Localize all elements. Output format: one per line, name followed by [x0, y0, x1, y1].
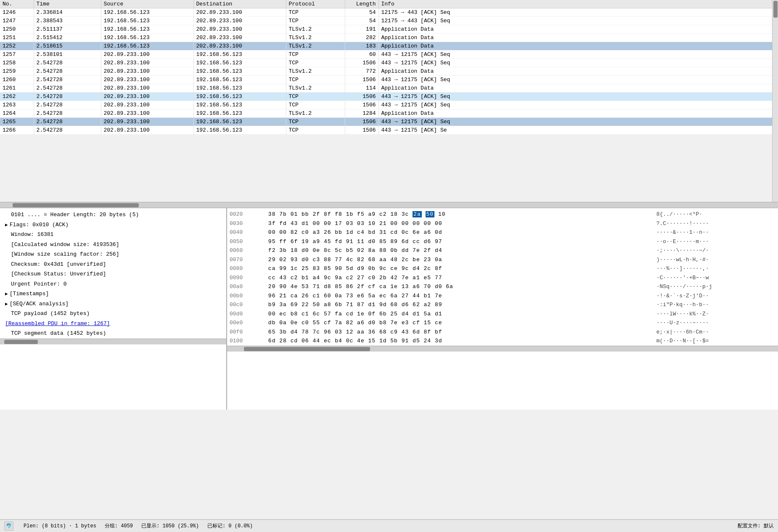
- cell-source: 202.89.233.100: [101, 126, 193, 135]
- cell-dest: 202.89.233.100: [193, 17, 286, 25]
- cell-no: 1264: [0, 109, 34, 118]
- table-row[interactable]: 1246 2.336814 192.168.56.123 202.89.233.…: [0, 8, 778, 17]
- hex-row: 00a0 20 90 4e 53 71 d8 85 86 2f cf ca 1e…: [227, 282, 778, 291]
- table-row[interactable]: 1261 2.542728 202.89.233.100 192.168.56.…: [0, 84, 778, 93]
- cell-info: 12175 → 443 [ACK] Seq: [378, 8, 778, 17]
- hex-row: 00d0 00 ec b8 c1 6c 57 fa cd 1e 0f 6b 25…: [227, 310, 778, 319]
- col-source[interactable]: Source: [101, 0, 193, 8]
- hex-ascii: )·····wL·h·H,·#·: [654, 255, 778, 265]
- hex-row: 00e0 db 0a 0e c0 55 cf 7a 82 a6 d0 b8 7e…: [227, 318, 778, 328]
- detail-row: [Window size scaling factor: 256]: [0, 249, 226, 259]
- table-row[interactable]: 1262 2.542728 202.89.233.100 192.168.56.…: [0, 93, 778, 101]
- cell-time: 2.511137: [34, 25, 101, 34]
- hex-row: 0070 29 02 93 d0 c3 88 77 4c 82 68 aa 48…: [227, 255, 778, 265]
- cell-dest: 202.89.233.100: [193, 34, 286, 42]
- packet-list-hscroll[interactable]: [0, 202, 778, 208]
- col-dest[interactable]: Destination: [193, 0, 286, 8]
- cell-source: 202.89.233.100: [101, 76, 193, 84]
- packet-list-scroll-thumb: [773, 1, 778, 18]
- hex-offset: 0080: [227, 264, 266, 273]
- cell-time: 2.542728: [34, 59, 101, 67]
- table-row[interactable]: 1247 2.388543 192.168.56.123 202.89.233.…: [0, 17, 778, 25]
- table-row[interactable]: 1251 2.515412 192.168.56.123 202.89.233.…: [0, 34, 778, 42]
- table-row[interactable]: 1264 2.542728 202.89.233.100 192.168.56.…: [0, 109, 778, 118]
- cell-proto: TCP: [286, 76, 345, 84]
- hex-ascii: e;·x|····6h·Cm··: [654, 328, 778, 337]
- cell-info: Application Data: [378, 42, 778, 50]
- cell-dest: 192.168.56.123: [193, 50, 286, 59]
- hex-row: 0100 6d 28 cd 06 44 ec b4 0c 4e 15 1d 5b…: [227, 336, 778, 346]
- hex-ascii: ····lW····k%··Z·: [654, 310, 778, 319]
- col-time[interactable]: Time: [34, 0, 101, 8]
- cell-info: 443 → 12175 [ACK] Se: [378, 126, 778, 135]
- hex-offset: 00c0: [227, 300, 266, 310]
- hex-bytes: f2 3b 18 d0 0e 8c 5c b5 02 8a 88 0b dd 7…: [266, 246, 654, 255]
- cell-dest: 202.89.233.100: [193, 25, 286, 34]
- hex-row: 0020 38 7b 01 bb 2f 8f f8 1b f5 a9 c2 18…: [227, 210, 778, 219]
- col-len[interactable]: Length: [345, 0, 378, 8]
- hex-offset: 0100: [227, 336, 266, 346]
- col-info[interactable]: Info: [378, 0, 778, 8]
- hex-ascii: 8{../·····<*P·: [654, 210, 778, 219]
- table-row[interactable]: 1266 2.542728 202.89.233.100 192.168.56.…: [0, 126, 778, 135]
- cell-dest: 192.168.56.123: [193, 84, 286, 93]
- cell-dest: 192.168.56.123: [193, 101, 286, 109]
- cell-source: 202.89.233.100: [101, 84, 193, 93]
- hex-bytes: 00 00 82 c0 a3 26 bb 1d c4 bd 31 cd 0c 6…: [266, 228, 654, 237]
- cell-dest: 192.168.56.123: [193, 126, 286, 135]
- cell-no: 1265: [0, 118, 34, 126]
- hex-offset: 0070: [227, 255, 266, 265]
- packet-list-scrollbar[interactable]: [772, 0, 778, 202]
- cell-proto: TCP: [286, 8, 345, 17]
- cell-dest: 192.168.56.123: [193, 118, 286, 126]
- cell-len: 1506: [345, 126, 378, 135]
- cell-len: 1506: [345, 118, 378, 126]
- detail-row[interactable]: ▶[SEQ/ACK analysis]: [0, 299, 226, 309]
- detail-row[interactable]: ▶[Timestamps]: [0, 289, 226, 299]
- table-row[interactable]: 1263 2.542728 202.89.233.100 192.168.56.…: [0, 101, 778, 109]
- hex-row: 0090 cc 43 c2 b1 a4 9c 9a c2 27 c0 2b 42…: [227, 273, 778, 283]
- col-no[interactable]: No.: [0, 0, 34, 8]
- detail-text: [Calculated window size: 4193536]: [11, 241, 119, 248]
- cell-len: 183: [345, 42, 378, 50]
- table-row[interactable]: 1265 2.542728 202.89.233.100 192.168.56.…: [0, 118, 778, 126]
- hex-ascii: ·;····\······~/·: [654, 246, 778, 255]
- hex-bytes: 6d 28 cd 06 44 ec b4 0c 4e 15 1d 5b 91 d…: [266, 336, 654, 346]
- cell-proto: TCP: [286, 118, 345, 126]
- table-row[interactable]: 1257 2.538101 202.89.233.100 192.168.56.…: [0, 50, 778, 59]
- cell-info: 443 → 12175 [ACK] Seq: [378, 50, 778, 59]
- table-row[interactable]: 1250 2.511137 192.168.56.123 202.89.233.…: [0, 25, 778, 34]
- cell-len: 1506: [345, 101, 378, 109]
- hex-bytes: 20 90 4e 53 71 d8 85 86 2f cf ca 1e 13 a…: [266, 282, 654, 291]
- table-row[interactable]: 1259 2.542728 202.89.233.100 192.168.56.…: [0, 67, 778, 76]
- detail-row: [Calculated window size: 4193536]: [0, 240, 226, 250]
- table-row[interactable]: 1258 2.542728 202.89.233.100 192.168.56.…: [0, 59, 778, 67]
- hex-ascii: ·····&····1··n··: [654, 228, 778, 237]
- detail-text: Checksum: 0x43d1 [unverified]: [11, 261, 106, 267]
- col-proto[interactable]: Protocol: [286, 0, 345, 8]
- cell-proto: TLSv1.2: [286, 67, 345, 76]
- detail-link[interactable]: [Reassembled PDU in frame: 1267]: [5, 320, 110, 327]
- cell-time: 2.538101: [34, 50, 101, 59]
- hex-hscroll[interactable]: [227, 346, 778, 352]
- table-row[interactable]: 1260 2.542728 202.89.233.100 192.168.56.…: [0, 76, 778, 84]
- hex-bytes: 3f fd 43 d1 00 00 17 03 03 10 21 00 00 0…: [266, 219, 654, 228]
- hex-table: 0020 38 7b 01 bb 2f 8f f8 1b f5 a9 c2 18…: [227, 210, 778, 346]
- cell-no: 1250: [0, 25, 34, 34]
- cell-time: 2.542728: [34, 93, 101, 101]
- table-row[interactable]: 1252 2.518615 192.168.56.123 202.89.233.…: [0, 42, 778, 50]
- cell-time: 2.388543: [34, 17, 101, 25]
- cell-info: Application Data: [378, 25, 778, 34]
- detail-hscroll[interactable]: [0, 339, 226, 344]
- cell-time: 2.542728: [34, 109, 101, 118]
- cell-time: 2.542728: [34, 76, 101, 84]
- cell-no: 1259: [0, 67, 34, 76]
- hex-row: 00f0 65 3b d4 78 7c 96 03 12 aa 36 68 c9…: [227, 328, 778, 337]
- hex-offset: 0030: [227, 219, 266, 228]
- cell-info: Application Data: [378, 109, 778, 118]
- hex-bytes: 00 ec b8 c1 6c 57 fa cd 1e 0f 6b 25 d4 d…: [266, 310, 654, 319]
- detail-row[interactable]: ▶Flags: 0x010 (ACK): [0, 220, 226, 230]
- cell-len: 1506: [345, 76, 378, 84]
- cell-dest: 192.168.56.123: [193, 76, 286, 84]
- cell-no: 1263: [0, 101, 34, 109]
